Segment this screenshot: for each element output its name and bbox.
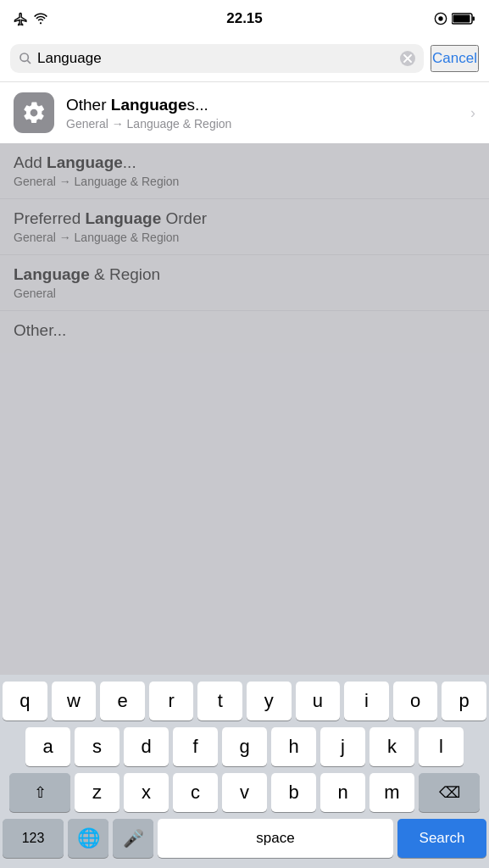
greyed-item-preferred-language[interactable]: Preferred Language Order General → Langu… bbox=[0, 199, 489, 255]
key-t[interactable]: t bbox=[197, 682, 242, 721]
key-u[interactable]: u bbox=[296, 682, 341, 721]
greyed-subtitle-add-language: General → Language & Region bbox=[14, 175, 475, 188]
key-b[interactable]: b bbox=[271, 773, 316, 812]
status-left-icons bbox=[14, 12, 48, 26]
search-key[interactable]: Search bbox=[397, 819, 486, 858]
key-f[interactable]: f bbox=[173, 727, 218, 766]
wifi-icon bbox=[33, 13, 48, 25]
result-item-other-languages[interactable]: Other Languages... General → Language & … bbox=[0, 82, 489, 143]
globe-key[interactable]: 🌐 bbox=[68, 819, 108, 858]
clear-button[interactable] bbox=[400, 51, 415, 66]
key-e[interactable]: e bbox=[100, 682, 145, 721]
key-d[interactable]: d bbox=[124, 727, 169, 766]
greyed-item-add-language[interactable]: Add Language... General → Language & Reg… bbox=[0, 143, 489, 199]
key-m[interactable]: m bbox=[370, 773, 414, 812]
status-right-icons bbox=[434, 12, 475, 25]
svg-point-1 bbox=[438, 16, 442, 20]
numbers-key[interactable]: 123 bbox=[3, 819, 64, 858]
gear-icon-container bbox=[14, 92, 54, 133]
greyed-section: Add Language... General → Language & Reg… bbox=[0, 143, 489, 353]
key-w[interactable]: w bbox=[52, 682, 97, 721]
svg-point-5 bbox=[20, 53, 28, 61]
key-s[interactable]: s bbox=[75, 727, 119, 766]
search-input-wrapper[interactable] bbox=[10, 44, 424, 73]
greyed-item-language-region[interactable]: Language & Region General bbox=[0, 255, 489, 311]
cancel-button[interactable]: Cancel bbox=[431, 45, 479, 72]
key-z[interactable]: z bbox=[75, 773, 119, 812]
search-input[interactable] bbox=[37, 50, 395, 67]
key-l[interactable]: l bbox=[419, 727, 464, 766]
key-r[interactable]: r bbox=[149, 682, 194, 721]
key-n[interactable]: n bbox=[320, 773, 365, 812]
key-i[interactable]: i bbox=[344, 682, 389, 721]
space-key[interactable]: space bbox=[158, 819, 393, 858]
keyboard-row-1: q w e r t y u i o p bbox=[3, 682, 486, 721]
key-g[interactable]: g bbox=[222, 727, 267, 766]
backspace-key[interactable]: ⌫ bbox=[419, 773, 480, 812]
chevron-right-icon: › bbox=[470, 104, 475, 122]
results-section: Other Languages... General → Language & … bbox=[0, 82, 489, 143]
keyboard-row-2: a s d f g h j k l bbox=[3, 727, 486, 766]
result-text-other-languages: Other Languages... General → Language & … bbox=[66, 96, 458, 131]
key-h[interactable]: h bbox=[271, 727, 316, 766]
svg-line-6 bbox=[27, 60, 31, 64]
key-q[interactable]: q bbox=[3, 682, 47, 721]
key-j[interactable]: j bbox=[320, 727, 365, 766]
result-title-other-languages: Other Languages... bbox=[66, 96, 458, 114]
keyboard: q w e r t y u i o p a s d f g h j k l ⇧ … bbox=[0, 675, 489, 868]
battery-icon bbox=[452, 13, 475, 25]
key-o[interactable]: o bbox=[393, 682, 438, 721]
greyed-item-other[interactable]: Other... bbox=[0, 311, 489, 353]
lock-icon bbox=[434, 12, 447, 25]
result-subtitle-other-languages: General → Language & Region bbox=[66, 117, 458, 131]
greyed-subtitle-preferred-language: General → Language & Region bbox=[14, 231, 475, 244]
greyed-title-other: Other... bbox=[14, 321, 475, 340]
greyed-subtitle-language-region: General bbox=[14, 287, 475, 300]
keyboard-row-4: 123 🌐 🎤 space Search bbox=[3, 819, 486, 858]
search-bar-container: Cancel bbox=[0, 37, 489, 82]
microphone-key[interactable]: 🎤 bbox=[113, 819, 153, 858]
svg-rect-3 bbox=[453, 15, 470, 23]
greyed-title-language-region: Language & Region bbox=[14, 265, 475, 284]
status-bar: 22.15 bbox=[0, 0, 489, 37]
status-time: 22.15 bbox=[226, 10, 263, 27]
key-p[interactable]: p bbox=[442, 682, 486, 721]
key-y[interactable]: y bbox=[247, 682, 292, 721]
key-a[interactable]: a bbox=[25, 727, 70, 766]
key-v[interactable]: v bbox=[222, 773, 267, 812]
shift-key[interactable]: ⇧ bbox=[9, 773, 70, 812]
svg-rect-4 bbox=[473, 17, 475, 21]
key-x[interactable]: x bbox=[124, 773, 169, 812]
greyed-title-add-language: Add Language... bbox=[14, 153, 475, 172]
greyed-title-preferred-language: Preferred Language Order bbox=[14, 209, 475, 228]
search-icon bbox=[19, 52, 32, 65]
key-k[interactable]: k bbox=[370, 727, 414, 766]
airplane-icon bbox=[14, 12, 28, 26]
gear-icon bbox=[21, 100, 47, 125]
keyboard-row-3: ⇧ z x c v b n m ⌫ bbox=[3, 773, 486, 812]
key-c[interactable]: c bbox=[173, 773, 218, 812]
